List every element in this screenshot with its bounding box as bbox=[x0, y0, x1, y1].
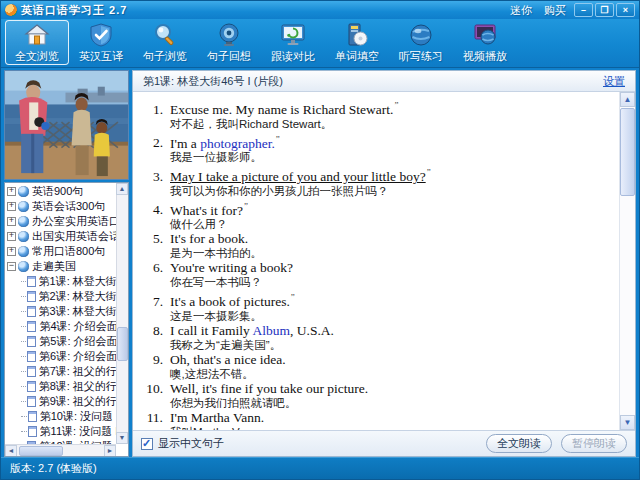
scroll-down-icon[interactable]: ▼ bbox=[620, 415, 635, 430]
tree-category[interactable]: −走遍美国 bbox=[7, 259, 116, 274]
toolbar-sentence-recall[interactable]: 句子回想 bbox=[197, 20, 261, 65]
sentence-chinese: 我可以为你和你的小男孩儿拍一张照片吗？ bbox=[141, 185, 615, 198]
tree-lesson-item[interactable]: 第10课: 没问题 I bbox=[7, 409, 116, 424]
sentence-english[interactable]: 6.You're writing a book? bbox=[141, 260, 615, 276]
tree-lesson-label: 第9课: 祖父的行李箱 bbox=[39, 394, 116, 409]
pronunciation-marker: ” bbox=[276, 134, 280, 144]
sentence-chinese: 做什么用？ bbox=[141, 218, 615, 231]
toolbar-dictation-practice[interactable]: 听写练习 bbox=[389, 20, 453, 65]
sentence-number: 10. bbox=[141, 381, 163, 397]
tree-category[interactable]: +办公室实用英语口语 bbox=[7, 214, 116, 229]
sentence-text: I'm a photographer. bbox=[170, 135, 275, 150]
pronunciation-marker: ” bbox=[244, 201, 248, 211]
sentence-english[interactable]: 8.I call it Family Album, U.S.A. bbox=[141, 323, 615, 339]
tree-vscroll-thumb[interactable] bbox=[117, 327, 128, 361]
sentence-text: It's for a book. bbox=[170, 231, 248, 246]
sentence-number: 1. bbox=[141, 102, 163, 118]
sentence-chinese: 是为一本书拍的。 bbox=[141, 247, 615, 260]
settings-link[interactable]: 设置 bbox=[603, 74, 625, 89]
tree-lesson-label: 第7课: 祖父的行李箱 bbox=[39, 364, 116, 379]
sentence-english[interactable]: 11.I'm Martha Vann. bbox=[141, 410, 615, 426]
expand-icon[interactable]: + bbox=[7, 202, 16, 211]
lesson-photo bbox=[4, 70, 129, 180]
content-vertical-scrollbar[interactable]: ▲ ▼ bbox=[619, 92, 635, 430]
sentence-english[interactable]: 3.May I take a picture of you and your l… bbox=[141, 164, 615, 185]
sentence-area: 1.Excuse me. My name is Richard Stewart.… bbox=[133, 92, 635, 431]
course-tree-panel: +英语900句+英语会话300句+办公室实用英语口语+出国实用英语会话+常用口语… bbox=[4, 182, 129, 457]
buy-link[interactable]: 购买 bbox=[544, 3, 566, 18]
scroll-right-icon[interactable]: ► bbox=[104, 445, 116, 457]
sentence-english[interactable]: 10.Well, it's fine if you take our pictu… bbox=[141, 381, 615, 397]
sentence-english[interactable]: 2.I'm a photographer.” bbox=[141, 131, 615, 152]
toolbar-label: 视频播放 bbox=[463, 49, 507, 64]
sentence-chinese: 这是一本摄影集。 bbox=[141, 310, 615, 323]
sentence-text: You're writing a book? bbox=[170, 260, 293, 275]
category-globe-icon bbox=[18, 231, 29, 242]
tree-lesson-item[interactable]: 第8课: 祖父的行李箱 bbox=[7, 379, 116, 394]
sentence-english[interactable]: 5.It's for a book. bbox=[141, 231, 615, 247]
sentence-english[interactable]: 9.Oh, that's a nice idea. bbox=[141, 352, 615, 368]
expand-icon[interactable]: + bbox=[7, 247, 16, 256]
tree-lesson-item[interactable]: 第6课: 介绍会面 III bbox=[7, 349, 116, 364]
document-icon bbox=[27, 351, 36, 362]
scroll-left-icon[interactable]: ◄ bbox=[5, 445, 17, 457]
sentence-english[interactable]: 7.It's a book of pictures.” bbox=[141, 289, 615, 310]
tree-lesson-item[interactable]: 第4课: 介绍会面 I bbox=[7, 319, 116, 334]
tree-lesson-item[interactable]: 第9课: 祖父的行李箱 bbox=[7, 394, 116, 409]
globe-icon bbox=[408, 22, 434, 48]
minimize-button[interactable]: – bbox=[574, 3, 593, 17]
tree-category[interactable]: +英语900句 bbox=[7, 184, 116, 199]
tree-category[interactable]: +英语会话300句 bbox=[7, 199, 116, 214]
tree-category[interactable]: +出国实用英语会话 bbox=[7, 229, 116, 244]
document-icon bbox=[28, 426, 37, 437]
tree-horizontal-scrollbar[interactable]: ◄ ► bbox=[5, 444, 116, 456]
vocabulary-word-link[interactable]: photographer. bbox=[200, 135, 275, 150]
content-vscroll-thumb[interactable] bbox=[620, 108, 635, 196]
tree-lesson-item[interactable]: 第7课: 祖父的行李箱 bbox=[7, 364, 116, 379]
sentence-number: 3. bbox=[141, 169, 163, 185]
read-full-text-button[interactable]: 全文朗读 bbox=[486, 434, 552, 453]
tree-vertical-scrollbar[interactable]: ▲ ▼ bbox=[116, 183, 128, 444]
toolbar-en-cn-translate[interactable]: 英汉互译 bbox=[69, 20, 133, 65]
toolbar-full-text-browse[interactable]: 全文浏览 bbox=[5, 20, 69, 65]
vocabulary-word-link[interactable]: Album bbox=[253, 323, 291, 338]
toolbar-read-compare[interactable]: 跟读对比 bbox=[261, 20, 325, 65]
toolbar-sentence-browse[interactable]: 句子浏览 bbox=[133, 20, 197, 65]
mini-mode-link[interactable]: 迷你 bbox=[510, 3, 532, 18]
tree-lesson-label: 第4课: 介绍会面 I bbox=[39, 319, 116, 334]
scroll-down-icon[interactable]: ▼ bbox=[116, 432, 128, 444]
close-button[interactable]: × bbox=[616, 3, 635, 17]
video-player-icon bbox=[472, 22, 498, 48]
expand-icon[interactable]: + bbox=[7, 217, 16, 226]
tree-category[interactable]: +常用口语800句 bbox=[7, 244, 116, 259]
tree-lesson-item[interactable]: 第3课: 林登大街46号 bbox=[7, 304, 116, 319]
tree-category-label: 英语900句 bbox=[32, 184, 83, 199]
toolbar-word-fill[interactable]: 单词填空 bbox=[325, 20, 389, 65]
document-icon bbox=[27, 306, 36, 317]
scroll-up-icon[interactable]: ▲ bbox=[620, 92, 635, 107]
expand-icon[interactable]: + bbox=[7, 232, 16, 241]
scroll-up-icon[interactable]: ▲ bbox=[116, 183, 128, 195]
sentence-number: 9. bbox=[141, 352, 163, 368]
sentence-number: 6. bbox=[141, 260, 163, 276]
category-globe-icon bbox=[18, 216, 29, 227]
toolbar-video-play[interactable]: 视频播放 bbox=[453, 20, 517, 65]
pause-reading-button[interactable]: 暂停朗读 bbox=[561, 434, 627, 453]
tree-category-label: 出国实用英语会话 bbox=[32, 229, 116, 244]
tree-hscroll-thumb[interactable] bbox=[19, 446, 63, 456]
show-chinese-checkbox[interactable] bbox=[141, 438, 153, 450]
pronunciation-marker: ” bbox=[394, 100, 398, 110]
tree-lesson-item[interactable]: 第2课: 林登大街46号 bbox=[7, 289, 116, 304]
expand-icon[interactable]: + bbox=[7, 187, 16, 196]
toolbar-label: 单词填空 bbox=[335, 49, 379, 64]
tree-lesson-item[interactable]: 第1课: 林登大街46号 bbox=[7, 274, 116, 289]
category-globe-icon bbox=[18, 186, 29, 197]
document-icon bbox=[27, 381, 36, 392]
tree-lesson-item[interactable]: 第11课: 没问题 II bbox=[7, 424, 116, 439]
restore-button[interactable]: ❐ bbox=[595, 3, 614, 17]
sentence-english[interactable]: 4.What's it for?” bbox=[141, 198, 615, 219]
tree-lesson-item[interactable]: 第5课: 介绍会面 II bbox=[7, 334, 116, 349]
collapse-icon[interactable]: − bbox=[7, 262, 16, 271]
tree-lesson-label: 第6课: 介绍会面 III bbox=[39, 349, 116, 364]
sentence-english[interactable]: 1.Excuse me. My name is Richard Stewart.… bbox=[141, 97, 615, 118]
